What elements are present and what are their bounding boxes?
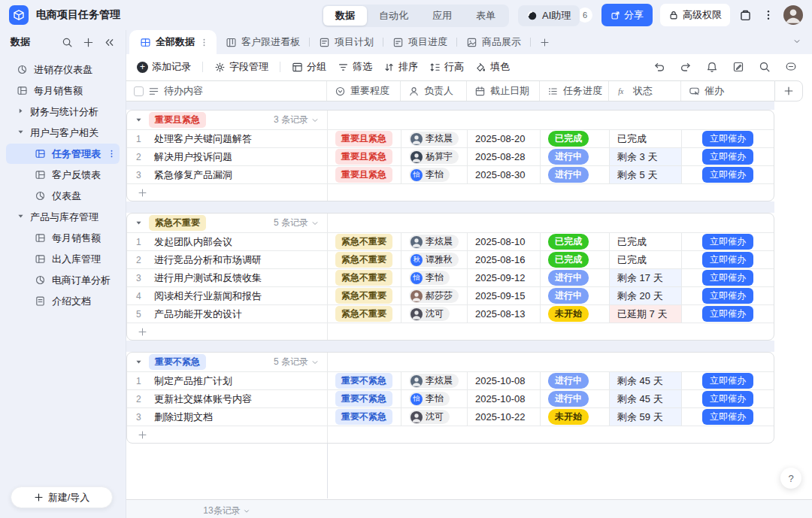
select-all-checkbox[interactable] bbox=[134, 86, 144, 96]
priority-cell[interactable]: 紧急不重要 bbox=[328, 287, 401, 304]
mode-tab-2[interactable]: 自动化 bbox=[367, 6, 420, 26]
todo-cell[interactable]: 1处理客户关键问题解答 bbox=[127, 130, 328, 147]
due-date-cell[interactable]: 2025-08-16 bbox=[468, 251, 541, 268]
user-avatar[interactable] bbox=[783, 5, 803, 25]
remind-now-button[interactable]: 立即催办 bbox=[702, 252, 753, 268]
view-tab-5[interactable]: 商品展示 bbox=[457, 30, 530, 54]
form-edit-icon[interactable] bbox=[732, 61, 744, 73]
status-cell[interactable]: 剩余 45 天 bbox=[610, 390, 682, 407]
due-date-cell[interactable]: 2025-10-22 bbox=[468, 408, 541, 426]
remind-now-button[interactable]: 立即催办 bbox=[702, 306, 753, 322]
remind-now-button[interactable]: 立即催办 bbox=[702, 409, 753, 425]
remind-now-button[interactable]: 立即催办 bbox=[702, 391, 753, 407]
progress-cell[interactable]: 进行中 bbox=[541, 287, 610, 304]
column-header-7[interactable]: 催办 bbox=[681, 81, 774, 101]
status-cell[interactable]: 剩余 59 天 bbox=[610, 408, 682, 426]
sidebar-collapse-icon[interactable] bbox=[104, 37, 115, 48]
owner-cell[interactable]: 秋谭雅秋 bbox=[401, 251, 468, 268]
field-manage-button[interactable]: 字段管理 bbox=[214, 60, 268, 74]
sidebar-item-7[interactable]: 产品与库存管理 bbox=[6, 207, 120, 227]
search-icon[interactable] bbox=[759, 61, 771, 73]
status-cell[interactable]: 已完成 bbox=[610, 233, 682, 250]
priority-cell[interactable]: 重要且紧急 bbox=[328, 166, 401, 183]
status-cell[interactable]: 已完成 bbox=[610, 130, 682, 147]
remind-now-button[interactable]: 立即催办 bbox=[702, 288, 753, 304]
group-collapse-icon[interactable] bbox=[135, 116, 143, 124]
sidebar-item-11[interactable]: 介绍文档 bbox=[6, 291, 120, 311]
status-cell[interactable]: 剩余 3 天 bbox=[610, 148, 682, 165]
progress-cell[interactable]: 已完成 bbox=[541, 251, 610, 268]
owner-cell[interactable]: 李炫晨 bbox=[401, 233, 468, 250]
group-collapse-icon[interactable] bbox=[135, 358, 143, 366]
group-record-count[interactable]: 5 条记录 bbox=[274, 217, 320, 229]
comment-icon[interactable] bbox=[785, 61, 797, 73]
progress-cell[interactable]: 已完成 bbox=[541, 130, 610, 147]
sidebar-add-icon[interactable] bbox=[83, 37, 94, 48]
more-menu-icon[interactable] bbox=[761, 8, 776, 23]
sidebar-item-6[interactable]: 仪表盘 bbox=[6, 186, 120, 206]
due-date-cell[interactable]: 2025-08-10 bbox=[468, 233, 541, 250]
remind-now-button[interactable]: 立即催办 bbox=[702, 373, 753, 389]
group-record-count[interactable]: 3 条记录 bbox=[274, 114, 320, 126]
todo-cell[interactable]: 3进行用户测试和反馈收集 bbox=[127, 269, 328, 286]
group-header-main[interactable]: 紧急不重要5 条记录 bbox=[127, 214, 328, 232]
sidebar-search-icon[interactable] bbox=[62, 37, 73, 48]
status-cell[interactable]: 剩余 17 天 bbox=[610, 269, 682, 286]
remind-now-button[interactable]: 立即催办 bbox=[702, 167, 753, 183]
owner-cell[interactable]: 怡李怡 bbox=[401, 166, 468, 183]
todo-cell[interactable]: 3紧急修复产品漏洞 bbox=[127, 166, 328, 183]
owner-cell[interactable]: 李炫晨 bbox=[401, 130, 468, 147]
todo-cell[interactable]: 1制定产品推广计划 bbox=[127, 372, 328, 389]
record-count[interactable]: 13条记录 bbox=[126, 504, 327, 517]
widget-icon[interactable] bbox=[738, 8, 753, 23]
group-header-main[interactable]: 重要不紧急5 条记录 bbox=[127, 353, 328, 371]
sidebar-item-8[interactable]: 每月销售额 bbox=[6, 228, 120, 248]
sidebar-item-5[interactable]: 客户反馈表 bbox=[6, 165, 120, 185]
due-date-cell[interactable]: 2025-10-08 bbox=[468, 390, 541, 407]
filter-button[interactable]: 筛选 bbox=[338, 60, 372, 74]
todo-cell[interactable]: 1发起团队内部会议 bbox=[127, 233, 328, 250]
todo-cell[interactable]: 4阅读相关行业新闻和报告 bbox=[127, 287, 328, 304]
view-tab-2[interactable]: 客户跟进看板 bbox=[217, 30, 309, 54]
progress-cell[interactable]: 进行中 bbox=[541, 166, 610, 183]
mode-tab-1[interactable]: 数据 bbox=[323, 6, 367, 26]
sidebar-item-4[interactable]: 任务管理表 bbox=[6, 144, 120, 164]
due-date-cell[interactable]: 2025-10-08 bbox=[468, 372, 541, 389]
priority-cell[interactable]: 紧急不重要 bbox=[328, 305, 401, 323]
priority-cell[interactable]: 重要且紧急 bbox=[328, 130, 401, 147]
due-date-cell[interactable]: 2025-08-20 bbox=[468, 130, 541, 147]
undo-icon[interactable] bbox=[653, 61, 665, 73]
group-record-count[interactable]: 5 条记录 bbox=[274, 356, 320, 368]
add-view-button[interactable] bbox=[531, 30, 559, 54]
mode-tab-4[interactable]: 表单 bbox=[464, 6, 508, 26]
sidebar-item-10[interactable]: 电商订单分析 bbox=[6, 270, 120, 290]
add-record-button[interactable]: + 添加记录 bbox=[137, 60, 191, 74]
owner-cell[interactable]: 李炫晨 bbox=[401, 372, 468, 389]
due-date-cell[interactable]: 2025-08-13 bbox=[468, 305, 541, 323]
column-header-4[interactable]: 截止日期 bbox=[467, 81, 540, 101]
owner-cell[interactable]: 怡李怡 bbox=[401, 390, 468, 407]
remind-now-button[interactable]: 立即催办 bbox=[702, 149, 753, 165]
due-date-cell[interactable]: 2025-08-30 bbox=[468, 166, 541, 183]
column-header-3[interactable]: 负责人 bbox=[401, 81, 467, 101]
todo-cell[interactable]: 5产品功能开发的设计 bbox=[127, 305, 328, 323]
add-row-button[interactable] bbox=[127, 184, 328, 201]
status-cell[interactable]: 剩余 20 天 bbox=[610, 287, 682, 304]
mode-tab-3[interactable]: 应用 bbox=[420, 6, 464, 26]
remind-now-button[interactable]: 立即催办 bbox=[702, 270, 753, 286]
sidebar-item-1[interactable]: 每月销售额 bbox=[6, 80, 120, 101]
remind-now-button[interactable]: 立即催办 bbox=[702, 131, 753, 147]
todo-cell[interactable]: 2进行竞品分析和市场调研 bbox=[127, 251, 328, 268]
progress-cell[interactable]: 未开始 bbox=[541, 305, 610, 323]
sidebar-item-0[interactable]: 进销存仪表盘 bbox=[6, 59, 120, 80]
view-tab-4[interactable]: 项目进度 bbox=[383, 30, 456, 54]
due-date-cell[interactable]: 2025-09-15 bbox=[468, 287, 541, 304]
priority-cell[interactable]: 重要且紧急 bbox=[328, 148, 401, 165]
group-collapse-icon[interactable] bbox=[135, 219, 143, 227]
sidebar-item-3[interactable]: 用户与客户相关 bbox=[6, 123, 120, 143]
due-date-cell[interactable]: 2025-09-12 bbox=[468, 269, 541, 286]
priority-cell[interactable]: 重要不紧急 bbox=[328, 372, 401, 389]
column-header-2[interactable]: 重要程度 bbox=[327, 81, 401, 101]
progress-cell[interactable]: 进行中 bbox=[541, 372, 610, 389]
sort-button[interactable]: 排序 bbox=[383, 60, 418, 74]
